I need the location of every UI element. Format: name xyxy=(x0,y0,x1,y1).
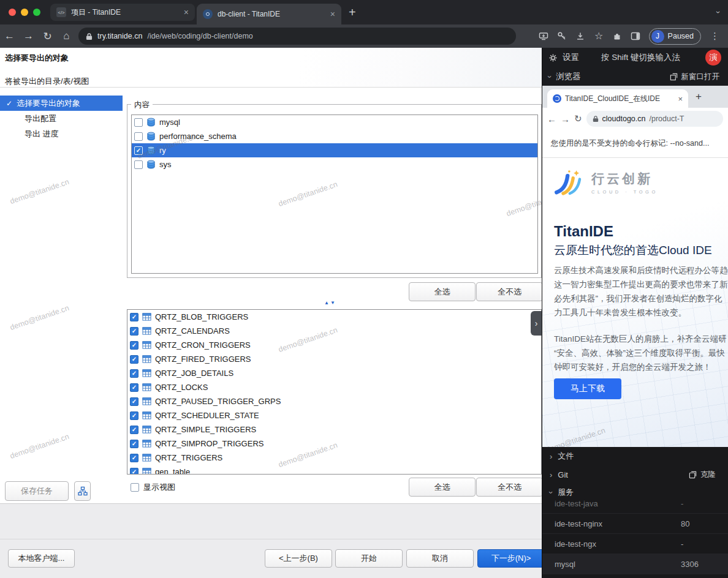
download-icon[interactable] xyxy=(575,31,586,42)
show-views-checkbox[interactable]: ✓ xyxy=(131,483,139,492)
table-row[interactable]: ✓ QRTZ_CALENDARS xyxy=(127,324,541,338)
database-checkbox[interactable]: ✓ xyxy=(134,146,143,155)
close-tab-icon[interactable]: × xyxy=(184,8,189,17)
database-row[interactable]: ✓ performance_schema xyxy=(132,129,537,143)
database-checkbox[interactable]: ✓ xyxy=(134,132,143,141)
embedded-address-bar[interactable]: cloudtogo.cn/product-T xyxy=(586,111,723,127)
browser-tab-project[interactable]: </> 项目 - TitanIDE × xyxy=(50,4,195,21)
open-new-window-button[interactable]: 新窗口打开 xyxy=(670,72,722,82)
demo-badge[interactable]: 演 xyxy=(705,50,721,66)
install-app-icon[interactable] xyxy=(539,31,549,42)
select-none-tables-button[interactable]: 全不选 xyxy=(476,478,542,497)
back-icon[interactable]: ← xyxy=(0,30,19,42)
table-checkbox[interactable]: ✓ xyxy=(130,426,138,434)
table-row[interactable]: ✓ QRTZ_BLOB_TRIGGERS xyxy=(127,310,541,324)
reload-icon[interactable]: ↻ xyxy=(38,30,57,43)
start-button[interactable]: 开始 xyxy=(335,549,403,568)
next-step-button[interactable]: 下一步(N)> xyxy=(477,549,542,568)
service-row[interactable]: ide-test-nginx 80 xyxy=(542,514,728,534)
password-key-icon[interactable] xyxy=(557,31,567,42)
table-checkbox[interactable]: ✓ xyxy=(130,411,138,420)
forward-icon[interactable]: → xyxy=(561,114,570,124)
new-tab-button[interactable]: + xyxy=(696,91,702,102)
home-icon[interactable]: ⌂ xyxy=(57,30,76,42)
side-panel-icon[interactable] xyxy=(631,31,641,42)
table-checkbox[interactable]: ✓ xyxy=(130,327,138,336)
table-checkbox[interactable]: ✓ xyxy=(130,383,138,392)
table-checkbox[interactable]: ✓ xyxy=(130,397,138,406)
close-tab-icon[interactable]: × xyxy=(678,94,683,103)
local-client-button[interactable]: 本地客户端... xyxy=(8,549,75,568)
address-bar[interactable]: try.titanide.cn/ide/web/coding/db-client… xyxy=(78,28,516,45)
table-checkbox[interactable]: ✓ xyxy=(130,440,138,448)
chevron-down-icon: › xyxy=(545,75,555,78)
table-row[interactable]: ✓ QRTZ_CRON_TRIGGERS xyxy=(127,338,541,352)
menu-kebab-icon[interactable]: ⋮ xyxy=(710,31,719,42)
table-row[interactable]: ✓ QRTZ_SCHEDULER_STATE xyxy=(127,408,541,422)
database-icon xyxy=(146,132,156,141)
database-list[interactable]: ✓ mysql ✓ xyxy=(131,114,538,274)
download-now-button[interactable]: 马上下载 xyxy=(554,378,621,399)
select-all-tables-button[interactable]: 全选 xyxy=(409,478,476,497)
table-row[interactable]: ✓ QRTZ_TRIGGERS xyxy=(127,451,541,465)
git-section-row[interactable]: › Git 克隆 xyxy=(542,465,728,484)
wizard-step[interactable]: ✓选择要导出的对象 xyxy=(0,96,123,111)
table-name: QRTZ_SIMPLE_TRIGGERS xyxy=(155,425,256,434)
table-list[interactable]: ✓ QRTZ_BLOB_TRIGGERS ✓ xyxy=(127,309,542,475)
table-checkbox[interactable]: ✓ xyxy=(130,454,138,462)
settings-row[interactable]: 设置 按 Shift 键切换输入法 演 xyxy=(542,48,728,67)
service-name: mysql xyxy=(555,560,575,569)
table-checkbox[interactable]: ✓ xyxy=(130,369,138,378)
close-window-button[interactable] xyxy=(9,9,16,16)
table-row[interactable]: ✓ gen_table xyxy=(127,465,541,475)
forward-icon[interactable]: → xyxy=(19,30,38,42)
save-task-button[interactable]: 保存任务 xyxy=(5,481,69,501)
close-tab-icon[interactable]: × xyxy=(330,10,335,18)
database-checkbox[interactable]: ✓ xyxy=(134,160,143,169)
wizard-step[interactable]: ✓导出 进度 xyxy=(0,126,123,141)
cancel-button[interactable]: 取消 xyxy=(406,549,474,568)
back-icon[interactable]: ← xyxy=(547,114,556,124)
service-row[interactable]: mysql 3306 xyxy=(542,554,728,574)
task-diagram-button[interactable] xyxy=(74,481,91,501)
database-checkbox[interactable]: ✓ xyxy=(134,118,143,127)
table-row[interactable]: ✓ QRTZ_PAUSED_TRIGGER_GRPS xyxy=(127,394,541,408)
embedded-browser-tab[interactable]: TitanIDE_CloudIDE_在线IDE × xyxy=(547,89,688,108)
table-checkbox[interactable]: ✓ xyxy=(130,341,138,350)
browser-tab-db-client[interactable]: db-client - TitanIDE × xyxy=(197,4,341,24)
select-none-databases-button[interactable]: 全不选 xyxy=(476,282,542,301)
table-row[interactable]: ✓ QRTZ_JOB_DETAILS xyxy=(127,366,541,380)
maximize-window-button[interactable] xyxy=(33,9,40,16)
database-row[interactable]: ✓ sys xyxy=(132,157,537,171)
files-section-row[interactable]: › 文件 xyxy=(542,447,728,465)
extensions-icon[interactable] xyxy=(612,31,623,42)
wizard-step[interactable]: ✓导出配置 xyxy=(0,111,123,126)
table-row[interactable]: ✓ QRTZ_FIRED_TRIGGERS xyxy=(127,352,541,366)
table-row[interactable]: ✓ QRTZ_LOCKS xyxy=(127,380,541,394)
db-client-favicon xyxy=(203,9,213,19)
wizard-title: 选择要导出的对象 xyxy=(5,53,69,64)
minimize-window-button[interactable] xyxy=(21,9,28,16)
window-controls xyxy=(0,9,50,16)
tab-search-chevron-icon[interactable]: › xyxy=(714,11,722,13)
table-row[interactable]: ✓ QRTZ_SIMPLE_TRIGGERS xyxy=(127,422,541,437)
service-port: 80 xyxy=(681,519,689,528)
database-row[interactable]: ✓ ry xyxy=(132,143,537,157)
service-row[interactable]: ide-test-ngx - xyxy=(542,534,728,554)
collapse-panel-handle[interactable]: › xyxy=(531,311,542,336)
services-section-row[interactable]: › 服务 xyxy=(542,484,728,501)
table-checkbox[interactable]: ✓ xyxy=(130,355,138,364)
database-row[interactable]: ✓ mysql xyxy=(132,115,537,129)
splitter-arrows-icon[interactable]: ▲▼ xyxy=(324,300,336,306)
table-checkbox[interactable]: ✓ xyxy=(130,313,138,321)
git-clone-button[interactable]: 克隆 xyxy=(689,470,721,480)
bookmark-star-icon[interactable]: ☆ xyxy=(594,31,604,42)
new-tab-button[interactable]: + xyxy=(349,6,356,18)
table-checkbox[interactable]: ✓ xyxy=(130,468,138,475)
reload-icon[interactable]: ↻ xyxy=(574,113,582,124)
table-row[interactable]: ✓ QRTZ_SIMPROP_TRIGGERS xyxy=(127,437,541,451)
profile-paused-pill[interactable]: J Paused xyxy=(649,28,701,45)
previous-step-button[interactable]: <上一步(B) xyxy=(265,549,332,568)
browser-section-row[interactable]: › 浏览器 新窗口打开 xyxy=(542,67,728,86)
select-all-databases-button[interactable]: 全选 xyxy=(409,282,476,301)
